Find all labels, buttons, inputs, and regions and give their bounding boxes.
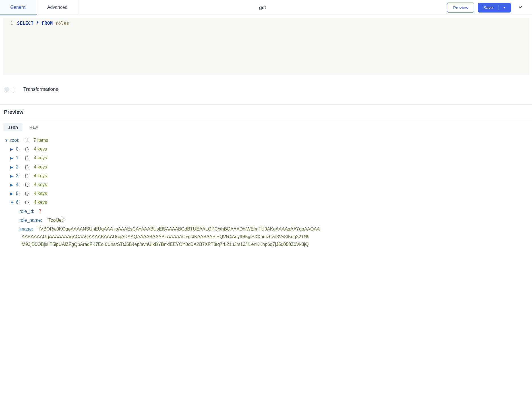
collapse-arrow-icon[interactable]: ▶ bbox=[10, 172, 14, 180]
tree-root[interactable]: ▼ root: [] 7 items bbox=[5, 136, 527, 145]
tree-item-3[interactable]: ▶ 3: {} 4 keys bbox=[5, 171, 527, 180]
transformations-row: Transformations bbox=[0, 78, 532, 104]
expand-arrow-icon[interactable]: ▼ bbox=[5, 137, 9, 144]
tree-summary: 4 keys bbox=[34, 198, 47, 207]
tab-advanced[interactable]: Advanced bbox=[37, 0, 78, 15]
tree-summary: 4 keys bbox=[34, 189, 47, 198]
tree-summary: 4 keys bbox=[34, 171, 47, 180]
collapse-arrow-icon[interactable]: ▶ bbox=[10, 164, 14, 171]
tree-key: 3: bbox=[16, 171, 20, 180]
chevron-down-icon: ▾ bbox=[504, 6, 505, 9]
transformations-toggle[interactable] bbox=[4, 87, 15, 93]
preview-tab-json[interactable]: Json bbox=[3, 123, 22, 131]
tree-summary: 4 keys bbox=[34, 153, 47, 162]
tree-bracket: {} bbox=[24, 190, 29, 198]
sql-keyword-select: SELECT bbox=[17, 20, 34, 26]
header-actions: Preview Save ▾ bbox=[447, 3, 526, 13]
toggle-knob bbox=[5, 87, 9, 92]
tree-summary: 4 keys bbox=[34, 145, 47, 153]
line-number: 1 bbox=[6, 20, 13, 26]
tree-key: 0: bbox=[16, 145, 20, 153]
collapse-arrow-icon[interactable]: ▶ bbox=[10, 190, 14, 197]
tree-value-string: "ToolJet" bbox=[47, 216, 65, 225]
tree-item-2[interactable]: ▶ 2: {} 4 keys bbox=[5, 163, 527, 171]
tree-key: 6: bbox=[16, 198, 20, 207]
tree-item-0[interactable]: ▶ 0: {} 4 keys bbox=[5, 145, 527, 153]
expand-arrow-icon[interactable]: ▼ bbox=[10, 199, 14, 206]
json-tree-viewer: ▼ root: [] 7 items ▶ 0: {} 4 keys ▶ 1: {… bbox=[0, 134, 532, 254]
tree-key: 4: bbox=[16, 180, 20, 189]
collapse-panel-icon[interactable] bbox=[514, 3, 526, 12]
tab-general[interactable]: General bbox=[0, 0, 37, 15]
tree-key: 1: bbox=[16, 153, 20, 162]
tree-key: 2: bbox=[16, 163, 20, 171]
preview-button[interactable]: Preview bbox=[447, 3, 474, 13]
tree-bracket: {} bbox=[24, 199, 29, 206]
sql-operator-star: * bbox=[36, 20, 39, 26]
preview-tab-raw[interactable]: Raw bbox=[25, 123, 42, 131]
tree-key: role_name: bbox=[19, 216, 42, 225]
tree-bracket: {} bbox=[24, 154, 29, 162]
tree-item-5[interactable]: ▶ 5: {} 4 keys bbox=[5, 189, 527, 198]
collapse-arrow-icon[interactable]: ▶ bbox=[10, 155, 14, 162]
tree-key: 5: bbox=[16, 189, 20, 198]
save-divider bbox=[498, 5, 498, 10]
tree-value-number: 7 bbox=[39, 207, 42, 216]
config-tabs: General Advanced bbox=[0, 0, 78, 15]
tree-summary: 4 keys bbox=[34, 163, 47, 171]
sql-editor[interactable]: 1 SELECT * FROM roles bbox=[3, 18, 529, 75]
preview-tabs: Json Raw bbox=[0, 120, 532, 134]
tree-field-role-name[interactable]: role_name: "ToolJet" bbox=[5, 216, 527, 225]
tree-item-6[interactable]: ▼ 6: {} 4 keys bbox=[5, 198, 527, 207]
collapse-arrow-icon[interactable]: ▶ bbox=[10, 181, 14, 188]
tree-bracket: {} bbox=[24, 163, 29, 171]
tree-summary: 4 keys bbox=[34, 180, 47, 189]
code-line-1: 1 SELECT * FROM roles bbox=[3, 20, 529, 26]
header-bar: General Advanced get Preview Save ▾ bbox=[0, 0, 532, 15]
tree-bracket: [] bbox=[24, 137, 29, 144]
sql-identifier-roles: roles bbox=[55, 20, 69, 26]
tree-bracket: {} bbox=[24, 172, 29, 180]
tree-bracket: {} bbox=[24, 181, 29, 189]
tree-key: role_id: bbox=[19, 207, 34, 216]
save-button-label: Save bbox=[483, 5, 493, 10]
tree-field-role-id[interactable]: role_id: 7 bbox=[5, 207, 527, 216]
transformations-label: Transformations bbox=[23, 87, 58, 93]
tree-item-4[interactable]: ▶ 4: {} 4 keys bbox=[5, 180, 527, 189]
preview-section-title: Preview bbox=[0, 104, 532, 120]
tree-bracket: {} bbox=[24, 145, 29, 153]
tree-value-string-cont: M93jD0OBjsIIT5lpUAiZFgQbAradFK7EoI6Una/S… bbox=[5, 240, 527, 249]
query-name: get bbox=[78, 5, 447, 10]
save-button[interactable]: Save ▾ bbox=[478, 3, 511, 13]
tree-item-1[interactable]: ▶ 1: {} 4 keys bbox=[5, 153, 527, 162]
collapse-arrow-icon[interactable]: ▶ bbox=[10, 146, 14, 153]
tree-summary: 7 items bbox=[34, 136, 48, 145]
sql-keyword-from: FROM bbox=[42, 20, 53, 26]
tree-key: root: bbox=[10, 136, 19, 145]
